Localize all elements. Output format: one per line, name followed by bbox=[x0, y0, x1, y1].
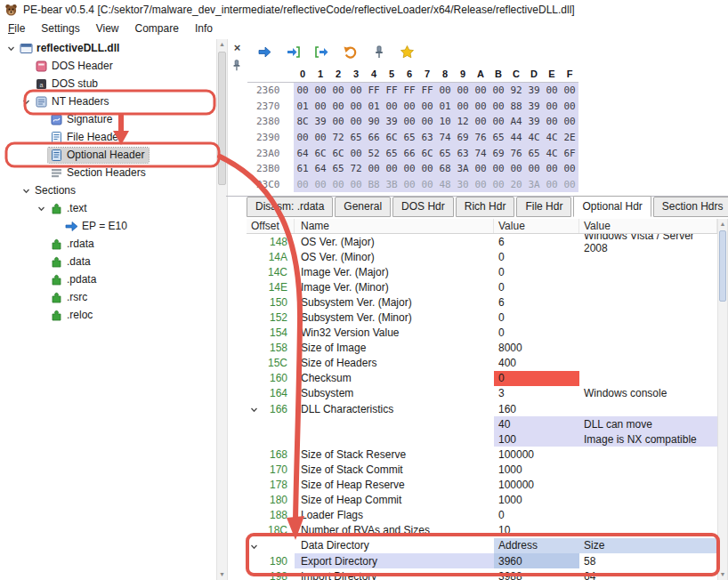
hex-byte[interactable]: 00 bbox=[507, 161, 525, 177]
hex-byte[interactable]: 63 bbox=[454, 145, 472, 161]
tree-item-rsrc[interactable]: .rsrc bbox=[0, 288, 216, 306]
hex-byte[interactable]: 65 bbox=[329, 161, 347, 177]
scrollbar-thumb[interactable] bbox=[218, 52, 226, 185]
menu-view[interactable]: View bbox=[88, 20, 127, 36]
column-header-value[interactable]: Value bbox=[494, 219, 579, 233]
tree-item-signature[interactable]: Signature bbox=[0, 110, 216, 128]
table-row-image-ver-minor[interactable]: 14EImage Ver. (Minor)0 bbox=[247, 279, 717, 294]
hex-byte[interactable]: 00 bbox=[347, 83, 365, 99]
hex-byte[interactable]: 66 bbox=[365, 130, 383, 146]
scroll-up-arrow-icon[interactable]: ▲ bbox=[718, 219, 727, 230]
chevron-down-icon[interactable] bbox=[19, 187, 33, 195]
menu-settings[interactable]: Settings bbox=[33, 20, 87, 36]
hex-byte[interactable]: 00 bbox=[400, 114, 418, 130]
hex-byte[interactable]: B8 bbox=[365, 177, 383, 193]
column-header-offset[interactable]: Offset bbox=[247, 219, 295, 233]
hex-byte[interactable]: 72 bbox=[329, 130, 347, 146]
column-header-value-2[interactable]: Value bbox=[579, 219, 717, 233]
hex-byte[interactable]: 00 bbox=[294, 83, 311, 99]
table-row-size-of-heap-commit[interactable]: 180Size of Heap Commit1000 bbox=[247, 493, 717, 508]
table-row-40[interactable]: 40DLL can move bbox=[247, 416, 717, 431]
table-row-100[interactable]: 100Image is NX compatible bbox=[247, 431, 717, 447]
table-row-size-of-stack-commit[interactable]: 170Size of Stack Commit1000 bbox=[247, 462, 717, 477]
tree-item-optional-header[interactable]: Optional Header bbox=[0, 146, 216, 164]
hex-byte[interactable]: 00 bbox=[489, 161, 507, 177]
hex-byte[interactable]: 00 bbox=[454, 83, 472, 99]
table-row-subsystem-ver-major[interactable]: 150Subsystem Ver. (Major)6 bbox=[247, 294, 717, 310]
hex-byte[interactable]: 52 bbox=[365, 145, 383, 161]
hex-byte[interactable]: 00 bbox=[489, 99, 507, 115]
table-row-export-directory[interactable]: 190Export Directory396058 bbox=[247, 553, 717, 568]
hex-byte[interactable]: 01 bbox=[365, 99, 383, 115]
hex-byte[interactable]: 00 bbox=[400, 99, 418, 115]
dock-pin-icon[interactable] bbox=[230, 59, 243, 72]
tab-rich-hdr[interactable]: Rich Hdr bbox=[456, 197, 515, 217]
menu-info[interactable]: Info bbox=[187, 20, 221, 36]
hex-byte[interactable]: 00 bbox=[489, 83, 507, 99]
hex-byte[interactable]: 6C bbox=[418, 145, 436, 161]
column-header-name[interactable]: Name bbox=[295, 219, 494, 233]
chevron-down-icon[interactable] bbox=[250, 541, 258, 553]
tree-item-pdata[interactable]: .pdata bbox=[0, 270, 216, 288]
hex-byte[interactable]: FF bbox=[418, 83, 436, 99]
chevron-down-icon[interactable] bbox=[4, 44, 18, 52]
hex-byte[interactable]: 39 bbox=[525, 114, 543, 130]
hex-byte[interactable]: 44 bbox=[507, 130, 525, 146]
hex-byte[interactable]: 63 bbox=[418, 130, 436, 146]
hex-byte[interactable]: 00 bbox=[347, 177, 365, 193]
hex-byte[interactable]: 00 bbox=[418, 177, 436, 193]
hex-byte[interactable]: 00 bbox=[347, 145, 365, 161]
hex-byte[interactable]: 6F bbox=[561, 145, 578, 161]
hex-byte[interactable]: 00 bbox=[472, 99, 489, 115]
tab-file-hdr[interactable]: File Hdr bbox=[516, 197, 571, 217]
hex-byte[interactable]: 00 bbox=[472, 177, 489, 193]
menu-compare[interactable]: Compare bbox=[127, 20, 187, 36]
hex-byte[interactable]: 00 bbox=[543, 99, 561, 115]
star-icon[interactable] bbox=[399, 44, 415, 60]
table-row-subsystem[interactable]: 164Subsystem3Windows console bbox=[247, 386, 717, 401]
hex-byte[interactable]: 90 bbox=[365, 114, 383, 130]
hex-byte[interactable]: 39 bbox=[525, 99, 543, 115]
hex-byte[interactable]: 65 bbox=[436, 145, 454, 161]
tree-item-section-headers[interactable]: Section Headers bbox=[0, 164, 216, 181]
jump-out-icon[interactable] bbox=[313, 44, 329, 60]
scroll-down-arrow-icon[interactable]: ▼ bbox=[718, 569, 727, 580]
hex-byte[interactable]: 00 bbox=[400, 177, 418, 193]
hex-byte[interactable]: 01 bbox=[294, 99, 311, 115]
hex-byte[interactable]: 6C bbox=[383, 130, 400, 146]
hex-byte[interactable]: 65 bbox=[525, 145, 543, 161]
hex-byte[interactable]: 65 bbox=[347, 130, 365, 146]
hex-byte[interactable]: 74 bbox=[472, 145, 489, 161]
hex-byte[interactable]: 30 bbox=[454, 177, 472, 193]
hex-byte[interactable]: 00 bbox=[561, 83, 578, 99]
table-row-number-of-rvas-and-sizes[interactable]: 18CNumber of RVAs and Sizes10 bbox=[247, 523, 717, 538]
scrollbar-thumb[interactable] bbox=[719, 230, 726, 302]
hex-byte[interactable]: 8C bbox=[294, 114, 311, 130]
undo-icon[interactable] bbox=[342, 44, 358, 60]
hex-byte[interactable]: 00 bbox=[329, 99, 347, 115]
hex-byte[interactable]: 00 bbox=[329, 177, 347, 193]
hex-byte[interactable]: 00 bbox=[329, 83, 347, 99]
table-row-data-directory[interactable]: Data DirectoryAddressSize bbox=[247, 538, 717, 553]
hex-byte[interactable]: 00 bbox=[418, 99, 436, 115]
hex-byte[interactable]: 4C bbox=[525, 130, 543, 146]
hex-byte[interactable]: A4 bbox=[507, 114, 525, 130]
hex-byte[interactable]: 2E bbox=[561, 130, 578, 146]
hex-byte[interactable]: 39 bbox=[383, 114, 400, 130]
hex-byte[interactable]: 00 bbox=[543, 83, 561, 99]
hex-byte[interactable]: 3A bbox=[454, 161, 472, 177]
hex-byte[interactable]: 61 bbox=[294, 161, 311, 177]
hex-byte[interactable]: 65 bbox=[489, 130, 507, 146]
hex-byte[interactable]: 00 bbox=[311, 130, 329, 146]
hex-byte[interactable]: 00 bbox=[472, 161, 489, 177]
hex-byte[interactable]: FF bbox=[383, 83, 400, 99]
tab-optional-hdr[interactable]: Optional Hdr bbox=[573, 196, 651, 217]
scroll-down-arrow-icon[interactable]: ▼ bbox=[217, 569, 227, 580]
hex-byte[interactable]: 00 bbox=[489, 177, 507, 193]
tab-disasm-rdata[interactable]: Disasm: .rdata bbox=[247, 197, 333, 217]
hex-byte[interactable]: 00 bbox=[561, 177, 578, 193]
hex-byte[interactable]: 00 bbox=[436, 83, 454, 99]
hex-byte[interactable]: 00 bbox=[311, 99, 329, 115]
hex-byte[interactable]: 00 bbox=[489, 114, 507, 130]
tree-item-rdata[interactable]: .rdata bbox=[0, 235, 216, 253]
